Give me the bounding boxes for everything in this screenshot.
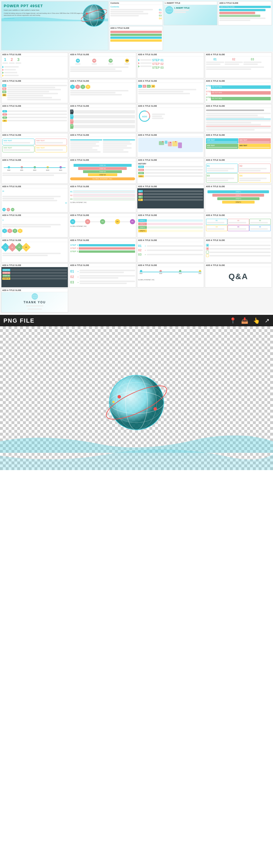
png-icons-row: 📍 📥 👆 ↗ — [229, 317, 270, 324]
slide-36-label: ADD A TITLE SLIDE — [205, 239, 272, 242]
slide-7-body: STEP 01 STEP 02 STEP 03 — [137, 56, 204, 76]
slide-9: ADD A TITLE SLIDE 01 02 03 04 — [1, 79, 68, 103]
slide-thankyou-body: THANK YOU — [1, 292, 68, 312]
slide-39-label: ADD A TITLE SLIDE — [137, 264, 204, 267]
thankyou-text: THANK YOU — [24, 301, 46, 304]
slide-32-body: 01 02 03 04 05 — [205, 217, 272, 237]
slide-32-label: ADD A TITLE SLIDE — [205, 214, 272, 217]
slide-34-body: STEP 1 STEP 2 STEP 3 — [69, 242, 136, 262]
map-svg — [141, 138, 200, 152]
slide-13: ADD A TITLE SLIDE 01 02 03 04 — [1, 104, 68, 132]
hand-icon: 👆 — [253, 317, 260, 324]
circle-chart-svg: ADD — [138, 110, 151, 122]
slide-18-body — [69, 137, 136, 157]
slide-9-body: 01 02 03 04 — [1, 83, 68, 103]
contents-slide-card: Contents Contents 01 02 03 04 — [109, 1, 163, 25]
slide-23-body: HISTORY 2018 2019 2020 2021 — [137, 162, 204, 182]
slide-11-body: 01 02 03 04 — [137, 83, 204, 103]
slide-13-label: ADD A TITLE SLIDE — [1, 104, 68, 108]
slide-38-label: ADD A TITLE SLIDE — [69, 264, 136, 267]
slide-33: ADD A TITLE SLIDE 01 02 03 04 — [1, 238, 68, 262]
slide-24-body: 01 02 03 04 — [205, 162, 272, 183]
slide-11-label: ADD A TITLE SLIDE — [137, 80, 204, 83]
slide-36: ADD A TITLE SLIDE — [205, 238, 272, 262]
svg-text:ADD: ADD — [142, 115, 147, 118]
slide-29-body: " 01 02 03 04 — [1, 217, 68, 237]
globe-title-label: I. INSERT TITLE — [164, 1, 217, 5]
slide-37-body: STEP 01 STEP 02 STEP 03 STEP 04 — [1, 267, 68, 287]
slide-6-body: 01 02 03 04 — [69, 56, 136, 76]
slide-21: ADD A TITLE SLIDE 2020 2021 2022 2023 20… — [1, 158, 68, 184]
slide-30-body: 01 02 03 04 05 GLOBAL INTERNET, INC. — [69, 217, 136, 237]
label-3: ADD A TITLE SLIDE — [218, 1, 272, 5]
slide-31-body: STEP 1 STEP 2 STEP 3 STEP 4 — [137, 217, 204, 237]
slide-20-label: ADD A TITLE SLIDE — [205, 133, 272, 137]
slides-grid: ADD A TITLE SLIDE 1 2 3 ADD A TITLE SLID… — [0, 52, 273, 314]
slide-16-label: ADD A TITLE SLIDE — [205, 104, 272, 108]
label-4: ADD A TITLE SLIDE — [109, 27, 163, 30]
slide-17-body: ADD TEXT ADD TEXT ADD TEXT ADD TEXT — [1, 137, 68, 157]
slide-30-label: ADD A TITLE SLIDE — [69, 214, 136, 217]
svg-rect-18 — [178, 142, 182, 148]
slide-qna-label: ADD A TITLE SLIDE — [205, 264, 272, 267]
share-icon: ↗ — [265, 317, 270, 324]
slide-38-body: 01 » 02 » 03 » — [69, 267, 136, 287]
slide-15-body: ADD — [137, 108, 204, 128]
slide-23-label: ADD A TITLE SLIDE — [137, 158, 204, 162]
slide-28-label: ADD A TITLE SLIDE — [205, 185, 272, 188]
slide-11: ADD A TITLE SLIDE 01 02 03 04 — [137, 79, 204, 103]
slide-37-label: ADD A TITLE SLIDE — [1, 264, 68, 267]
slide-35-body: 01 » 02 » 03 » — [137, 242, 204, 262]
png-file-label: PNG FILE — [3, 317, 34, 324]
svg-point-5 — [86, 13, 88, 14]
slide-22-label: ADD A TITLE SLIDE — [69, 158, 136, 162]
slide-6: ADD A TITLE SLIDE 01 02 03 04 — [69, 53, 136, 78]
body-3: ADD A TITLE SLIDE — [218, 5, 272, 25]
slide-28-body: STEP 1 STEP 2 STEP 3 STEP 4 — [205, 188, 272, 209]
slide-25-body: " " 01 02 03 — [1, 188, 68, 212]
svg-point-19 — [162, 141, 163, 142]
slide-7: ADD A TITLE SLIDE STEP 01 STEP 02 STEP 0… — [137, 53, 204, 78]
slide-5: ADD A TITLE SLIDE 1 2 3 — [1, 53, 68, 78]
svg-point-21 — [175, 141, 176, 142]
slide-29-label: ADD A TITLE SLIDE — [1, 214, 68, 217]
slide-12: ADD A TITLE SLIDE STEP 1 ADD TEXT HERE S… — [205, 79, 272, 103]
slide-5-body: 1 2 3 — [1, 56, 68, 78]
slide-36-body — [205, 242, 272, 262]
slide-22: ADD A TITLE SLIDE STEP 01 STEP 02 STEP 0… — [69, 158, 136, 184]
slide-28: ADD A TITLE SLIDE STEP 1 STEP 2 STEP 3 S… — [205, 185, 272, 213]
globe-title-card: I. INSERT TITLE I. INSERT TITLE — [164, 1, 217, 25]
slide-thankyou: ADD A TITLE SLIDE THANK YOU — [1, 288, 68, 312]
slide-10-label: ADD A TITLE SLIDE — [69, 80, 136, 83]
slide-31-label: ADD A TITLE SLIDE — [137, 214, 204, 217]
slide-14: ADD A TITLE SLIDE 01 02 03 04 — [69, 104, 136, 132]
download-icon: 📥 — [241, 317, 248, 324]
svg-rect-17 — [172, 141, 177, 146]
slide-31: ADD A TITLE SLIDE STEP 1 STEP 2 STEP 3 S… — [137, 213, 204, 238]
location-icon: 📍 — [229, 317, 237, 324]
slide-12-label: ADD A TITLE SLIDE — [205, 80, 272, 83]
slide-27-body: 01 02 03 04 — [137, 188, 204, 209]
slide-32: ADD A TITLE SLIDE 01 02 03 04 — [205, 213, 272, 238]
world-map — [138, 138, 203, 152]
slide-24: ADD A TITLE SLIDE 01 02 03 — [205, 158, 272, 184]
svg-point-32 — [117, 395, 121, 399]
slide-33-label: ADD A TITLE SLIDE — [1, 239, 68, 242]
slide-18: ADD A TITLE SLIDE — [69, 133, 136, 157]
slide-21-label: ADD A TITLE SLIDE — [1, 158, 68, 162]
slide-9-label: ADD A TITLE SLIDE — [1, 80, 68, 83]
slide-6-label: ADD A TITLE SLIDE — [69, 53, 136, 56]
slide-19: ADD A TITLE SLIDE — [137, 133, 204, 157]
slide-thankyou-label: ADD A TITLE SLIDE — [1, 289, 68, 292]
slide-16-body — [205, 108, 272, 132]
small-globe-svg — [165, 6, 174, 14]
slide-39-body: 2018 2019 2020 2021 GLOBAL INTERNET, INC… — [137, 267, 204, 287]
qna-text: Q&A — [229, 272, 248, 281]
slide-8-label: ADD A TITLE SLIDE — [205, 53, 272, 56]
slide-23: ADD A TITLE SLIDE HISTORY 2018 2019 2020 — [137, 158, 204, 184]
svg-rect-15 — [165, 141, 167, 144]
slide-7-label: ADD A TITLE SLIDE — [137, 53, 204, 56]
slide-15-label: ADD A TITLE SLIDE — [137, 104, 204, 108]
slide-35-label: ADD A TITLE SLIDE — [137, 239, 204, 242]
slide-34: ADD A TITLE SLIDE STEP 1 STEP 2 STEP 3 — [69, 238, 136, 262]
